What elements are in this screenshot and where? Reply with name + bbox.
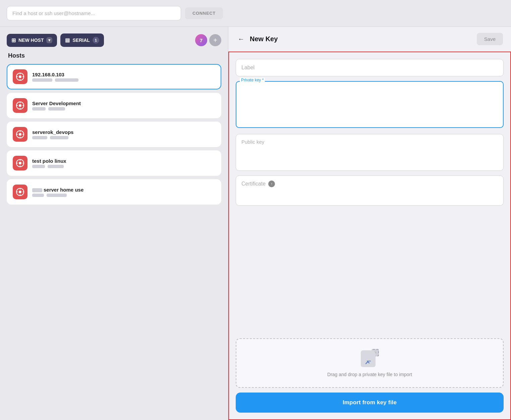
new-host-label: NEW HOST [18,38,44,43]
serial-label: SERIAL [72,38,90,43]
blur-block [50,136,68,139]
host-subtitle [32,107,215,111]
svg-point-13 [19,133,21,136]
table-row[interactable]: 192.168.0.103 [7,64,221,89]
private-key-group: Private key [236,81,504,129]
private-key-label: Private key [240,78,265,82]
search-placeholder: Find a host or ssh user@hostname... [12,10,95,16]
connect-button[interactable]: CONNECT [185,7,223,19]
svg-point-19 [19,162,21,164]
blur-block [55,78,78,82]
blur-block [48,165,64,168]
label-input[interactable] [236,59,504,76]
form-area: Private key Certificate ↑ + [228,52,511,420]
right-header: ← New Key Save [228,27,511,52]
hosts-section: Hosts 192.168.0.103 [7,52,221,413]
blur-block [32,136,47,139]
host-subtitle [32,165,215,168]
host-name: serverok_devops [32,129,215,135]
private-key-input[interactable] [236,81,504,128]
host-list: 192.168.0.103 Server Development [7,64,221,205]
import-button[interactable]: Import from key file [236,393,504,413]
back-button[interactable]: ← [236,34,246,44]
certificate-box: Certificate ↑ [236,176,504,206]
serial-button[interactable]: ▤ SERIAL 1 [60,33,104,47]
public-key-input[interactable] [236,134,504,171]
blur-block [32,194,44,197]
table-row[interactable]: test polo linux [7,150,221,176]
host-icon [13,185,27,199]
blur-block [32,107,46,111]
serial-count-badge: 1 [93,37,99,44]
certificate-label: Certificate [241,181,266,187]
file-icon [361,350,376,367]
blur-block [47,194,67,197]
host-info: Server Development [32,100,215,111]
svg-point-1 [19,75,21,78]
blur-block [32,165,45,168]
host-icon [13,69,27,84]
table-row[interactable]: serverok_devops [7,122,221,147]
blur-block [48,107,65,111]
certificate-header: Certificate ↑ [236,176,503,189]
page-title: New Key [250,35,473,43]
host-name: Server Development [32,100,215,106]
host-icon [13,98,27,113]
search-box[interactable]: Find a host or ssh user@hostname... [7,6,181,20]
add-profile-button[interactable]: + [209,34,221,46]
svg-point-25 [19,191,21,193]
blur-block [32,78,52,82]
drop-zone[interactable]: + Drag and drop a private key file to im… [236,338,504,388]
top-bar: Find a host or ssh user@hostname... CONN… [0,0,511,27]
left-panel: ⊞ NEW HOST ▾ ▤ SERIAL 1 7 + Hosts [0,27,228,420]
drop-text: Drag and drop a private key file to impo… [327,372,412,377]
host-name: test polo linux [32,158,215,164]
host-info: server home use [32,187,215,197]
host-info: serverok_devops [32,129,215,139]
host-info: 192.168.0.103 [32,72,215,82]
new-host-button[interactable]: ⊞ NEW HOST ▾ [7,34,57,47]
main-layout: ⊞ NEW HOST ▾ ▤ SERIAL 1 7 + Hosts [0,27,511,420]
spacer [236,210,504,334]
table-row[interactable]: Server Development [7,93,221,118]
host-icon [13,127,27,142]
host-name: server home use [32,187,215,193]
hosts-title: Hosts [7,52,221,59]
avatar[interactable]: 7 [195,34,207,46]
host-icon [13,156,27,170]
serial-icon: ▤ [65,37,70,43]
host-info: test polo linux [32,158,215,168]
drop-icon-wrapper: + [361,349,379,367]
upload-icon: ↑ [268,181,275,187]
toolbar: ⊞ NEW HOST ▾ ▤ SERIAL 1 7 + [7,33,221,47]
host-subtitle [32,194,215,197]
right-panel: ← New Key Save Private key Certificate ↑ [228,27,511,420]
server-icon: ⊞ [11,37,16,44]
chevron-down-icon[interactable]: ▾ [46,37,52,43]
save-button[interactable]: Save [477,33,503,45]
avatar-group: 7 + [195,34,221,46]
host-name: 192.168.0.103 [32,72,215,77]
svg-point-7 [19,104,21,107]
host-subtitle [32,78,215,82]
host-subtitle [32,136,215,139]
table-row[interactable]: server home use [7,179,221,205]
